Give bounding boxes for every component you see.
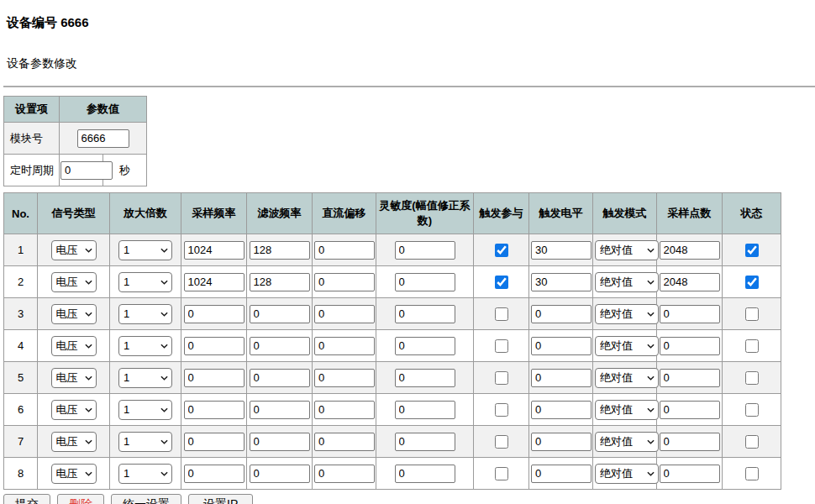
filter-rate-input[interactable]: [250, 465, 310, 483]
signal-type-select[interactable]: 电压: [51, 432, 97, 452]
sample-points-input[interactable]: [660, 337, 720, 355]
dc-offset-input[interactable]: [314, 337, 375, 355]
trigger-level-input[interactable]: [531, 369, 592, 387]
dc-offset-input[interactable]: [314, 305, 375, 323]
filter-rate-input[interactable]: [250, 305, 310, 323]
trigger-level-input[interactable]: [531, 305, 592, 323]
trigger-level-input[interactable]: [531, 241, 592, 260]
timer-period-input[interactable]: [60, 161, 113, 180]
sample-rate-input[interactable]: [184, 337, 244, 355]
status-checkbox[interactable]: [745, 403, 759, 417]
sample-rate-input[interactable]: [184, 401, 244, 419]
sample-points-input[interactable]: [660, 369, 720, 387]
status-checkbox[interactable]: [745, 339, 759, 353]
dc-offset-input[interactable]: [314, 465, 375, 483]
filter-rate-input[interactable]: [250, 433, 310, 451]
gain-select[interactable]: 1: [118, 272, 172, 292]
dc-offset-input[interactable]: [314, 401, 375, 419]
signal-type-select[interactable]: 电压: [51, 272, 97, 292]
filter-rate-input[interactable]: [250, 401, 310, 419]
trigger-mode-select[interactable]: 绝对值: [595, 432, 659, 452]
submit-button[interactable]: 提交: [3, 494, 50, 504]
trigger-level-input[interactable]: [531, 337, 592, 355]
sample-rate-input[interactable]: [184, 369, 244, 387]
dc-offset-input[interactable]: [314, 433, 375, 451]
trigger-level-input[interactable]: [531, 401, 592, 419]
sensitivity-input[interactable]: [395, 241, 455, 260]
sample-points-input[interactable]: [660, 241, 720, 260]
status-checkbox[interactable]: [745, 276, 759, 289]
signal-type-select[interactable]: 电压: [51, 464, 97, 484]
status-checkbox[interactable]: [745, 467, 759, 480]
sensitivity-input[interactable]: [395, 273, 455, 291]
signal-type-select[interactable]: 电压: [51, 336, 97, 356]
trigger-level-input[interactable]: [531, 273, 592, 291]
gain-select[interactable]: 1: [118, 464, 172, 484]
sensitivity-input[interactable]: [395, 465, 455, 483]
trigger-level-input[interactable]: [531, 433, 592, 451]
status-checkbox[interactable]: [745, 371, 759, 385]
signal-type-select[interactable]: 电压: [51, 368, 97, 388]
trigger-mode-select[interactable]: 绝对值: [595, 464, 659, 484]
trigger-mode-select[interactable]: 绝对值: [595, 368, 659, 388]
trigger-enable-checkbox[interactable]: [495, 244, 508, 257]
sample-points-input[interactable]: [660, 273, 720, 291]
trigger-enable-checkbox[interactable]: [495, 371, 508, 385]
sample-rate-input[interactable]: [184, 465, 244, 483]
filter-rate-input[interactable]: [250, 241, 310, 260]
sample-rate-input[interactable]: [184, 305, 244, 323]
set-ip-button[interactable]: 设置IP: [188, 494, 253, 504]
trigger-mode-select[interactable]: 绝对值: [595, 304, 659, 324]
trigger-enable-checkbox[interactable]: [495, 276, 508, 289]
signal-type-select[interactable]: 电压: [51, 240, 97, 260]
trigger-mode-select[interactable]: 绝对值: [595, 240, 659, 260]
sample-points-input[interactable]: [660, 465, 720, 483]
trigger-mode-select[interactable]: 绝对值: [595, 400, 659, 420]
trigger-enable-checkbox[interactable]: [495, 403, 508, 417]
trigger-enable-checkbox[interactable]: [495, 307, 508, 321]
gain-select[interactable]: 1: [118, 400, 172, 420]
trigger-enable-checkbox[interactable]: [495, 339, 508, 353]
module-number-input[interactable]: [77, 129, 129, 148]
sensitivity-input[interactable]: [395, 369, 455, 387]
filter-rate-input[interactable]: [250, 273, 310, 291]
dc-offset-input[interactable]: [314, 273, 375, 291]
sensitivity-input[interactable]: [395, 337, 455, 355]
sample-rate-input[interactable]: [184, 273, 244, 291]
table-row: 1 电压 1: [4, 234, 781, 266]
filter-rate-input[interactable]: [250, 369, 310, 387]
gain-select[interactable]: 1: [118, 368, 172, 388]
status-checkbox[interactable]: [745, 307, 759, 321]
sample-points-input[interactable]: [660, 433, 720, 451]
batch-set-button[interactable]: 统一设置: [111, 494, 181, 504]
dc-offset-input[interactable]: [314, 369, 375, 387]
trigger-mode-select[interactable]: 绝对值: [595, 272, 659, 292]
signal-type-select[interactable]: 电压: [51, 400, 97, 420]
gain-select[interactable]: 1: [118, 432, 172, 452]
status-checkbox[interactable]: [745, 435, 759, 449]
sample-rate-input[interactable]: [184, 241, 244, 260]
trigger-enable-checkbox[interactable]: [495, 467, 508, 480]
status-checkbox[interactable]: [745, 244, 759, 257]
gain-select-wrap: 1: [118, 240, 172, 260]
sample-points-input[interactable]: [660, 401, 720, 419]
signal-type-select-wrap: 电压: [51, 368, 97, 388]
filter-rate-input[interactable]: [250, 337, 310, 355]
dc-offset-input[interactable]: [314, 241, 375, 260]
sensitivity-input[interactable]: [395, 401, 455, 419]
dc-offset-cell: [313, 362, 376, 394]
sample-rate-input[interactable]: [184, 433, 244, 451]
trigger-level-input[interactable]: [531, 465, 592, 483]
gain-select[interactable]: 1: [118, 336, 172, 356]
trigger-enable-checkbox[interactable]: [495, 435, 508, 449]
delete-button[interactable]: 删除: [57, 494, 104, 504]
gain-select[interactable]: 1: [118, 240, 172, 260]
trigger-mode-select[interactable]: 绝对值: [595, 336, 659, 356]
sensitivity-input[interactable]: [395, 305, 455, 323]
sample-points-input[interactable]: [660, 305, 720, 323]
gain-select[interactable]: 1: [118, 304, 172, 324]
sample-points-cell: [657, 458, 723, 490]
signal-type-select[interactable]: 电压: [51, 304, 97, 324]
sensitivity-input[interactable]: [395, 433, 455, 451]
trigger-mode-select-wrap: 绝对值: [595, 400, 659, 420]
